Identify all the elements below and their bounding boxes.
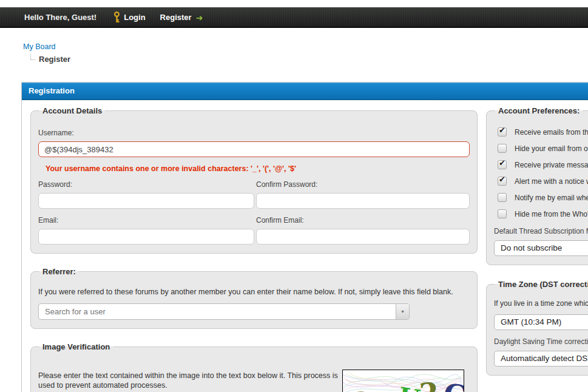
confirm-password-input[interactable] bbox=[256, 193, 470, 209]
timezone-fieldset: Time Zone (DST correction) If you live i… bbox=[486, 280, 588, 376]
referrer-combobox: ▼ bbox=[38, 303, 410, 320]
account-details-fieldset: Account Details Username: Your username … bbox=[30, 106, 478, 254]
account-details-legend: Account Details bbox=[39, 106, 105, 115]
checkbox-label: Receive private messages from other user… bbox=[515, 161, 588, 169]
subscription-mode-select[interactable]: Do not subscribe bbox=[494, 240, 588, 256]
arrow-right-icon: ➜ bbox=[196, 13, 203, 22]
dst-label: Daylight Saving Time correction: bbox=[494, 337, 588, 346]
confirm-password-label: Confirm Password: bbox=[256, 180, 470, 189]
confirm-email-label: Confirm Email: bbox=[256, 216, 470, 225]
checkbox[interactable]: ✔ bbox=[498, 177, 507, 186]
tree-branch-icon bbox=[30, 55, 35, 60]
panel-title: Registration bbox=[22, 83, 588, 100]
captcha-letter-1: C bbox=[346, 385, 371, 392]
breadcrumb: My Board Register bbox=[23, 41, 588, 64]
chevron-down-icon: ▼ bbox=[400, 309, 405, 314]
checkbox[interactable]: ✔ bbox=[498, 193, 507, 202]
timezone-select[interactable]: GMT (10:34 PM) bbox=[494, 314, 588, 330]
captcha-image: C U 2 G bbox=[342, 370, 464, 392]
top-user-bar: Hello There, Guest! Login Register ➜ bbox=[0, 7, 588, 28]
captcha-letter-4: G bbox=[442, 377, 464, 392]
login-link[interactable]: Login bbox=[124, 13, 145, 22]
password-input[interactable] bbox=[38, 193, 254, 209]
referrer-fieldset: Referrer: If you were referred to these … bbox=[30, 267, 478, 329]
pref-pm-alert: ✔ Alert me with a notice when I receive … bbox=[498, 177, 588, 186]
referrer-legend: Referrer: bbox=[39, 267, 79, 276]
password-label: Password: bbox=[38, 180, 254, 189]
username-input[interactable] bbox=[38, 141, 470, 157]
checkbox-label: Receive emails from the Administrators bbox=[515, 128, 588, 137]
right-column: Account Preferences: ✔ Receive emails fr… bbox=[486, 100, 588, 392]
pref-hide-email: ✔ Hide your email from other members bbox=[498, 144, 588, 153]
checkbox[interactable]: ✔ bbox=[498, 209, 507, 218]
checkbox[interactable]: ✔ bbox=[498, 160, 507, 169]
timezone-legend: Time Zone (DST correction) bbox=[495, 280, 588, 289]
pref-receive-admin-emails: ✔ Receive emails from the Administrators bbox=[498, 127, 588, 137]
checkbox[interactable]: ✔ bbox=[498, 127, 507, 137]
registration-panel: Registration Account Details Username: Y… bbox=[21, 82, 588, 392]
account-preferences-fieldset: Account Preferences: ✔ Receive emails fr… bbox=[486, 106, 588, 265]
checkbox-label: Alert me with a notice when I receive a … bbox=[515, 177, 588, 186]
account-preferences-legend: Account Preferences: bbox=[495, 106, 583, 115]
timezone-description: If you live in a time zone which differs… bbox=[494, 299, 588, 308]
pref-hide-online: ✔ Hide me from the Who's Online list bbox=[498, 209, 588, 218]
referrer-search-input[interactable] bbox=[39, 304, 396, 319]
breadcrumb-board-link[interactable]: My Board bbox=[23, 42, 56, 51]
username-error-message: Your username contains one or more inval… bbox=[46, 164, 470, 173]
image-verification-legend: Image Verification bbox=[39, 342, 113, 351]
dst-select[interactable]: Automatically detect DST setting bbox=[494, 351, 588, 367]
checkbox-label: Hide your email from other members bbox=[515, 144, 588, 153]
left-column: Account Details Username: Your username … bbox=[30, 100, 478, 392]
pref-pm-email-notify: ✔ Notify me by email when I receive a ne… bbox=[498, 193, 588, 202]
email-label: Email: bbox=[38, 216, 254, 225]
checkmark-icon: ✔ bbox=[499, 175, 505, 184]
confirm-email-input[interactable] bbox=[256, 229, 470, 245]
checkbox-label: Notify me by email when I receive a new … bbox=[515, 194, 588, 202]
referrer-description: If you were referred to these forums by … bbox=[38, 287, 470, 297]
breadcrumb-current: Register bbox=[39, 55, 70, 64]
email-input[interactable] bbox=[38, 229, 254, 245]
key-icon bbox=[113, 12, 120, 23]
captcha-letter-3: 2 bbox=[419, 376, 440, 392]
image-verification-fieldset: Image Verification Please enter the text… bbox=[30, 342, 478, 392]
subscription-mode-label: Default Thread Subscription Mode: bbox=[494, 227, 588, 235]
panel-body: Account Details Username: Your username … bbox=[22, 100, 588, 392]
checkbox-label: Hide me from the Who's Online list bbox=[515, 210, 588, 218]
image-verification-description: Please enter the text contained within t… bbox=[38, 371, 345, 390]
greeting-text: Hello There, Guest! bbox=[24, 13, 96, 22]
checkbox[interactable]: ✔ bbox=[498, 144, 507, 153]
checkmark-icon: ✔ bbox=[499, 158, 505, 167]
checkmark-icon: ✔ bbox=[499, 126, 505, 135]
pref-receive-pm: ✔ Receive private messages from other us… bbox=[498, 160, 588, 169]
referrer-dropdown-button[interactable]: ▼ bbox=[396, 304, 409, 319]
username-label: Username: bbox=[38, 129, 470, 137]
register-link[interactable]: Register bbox=[160, 13, 192, 22]
